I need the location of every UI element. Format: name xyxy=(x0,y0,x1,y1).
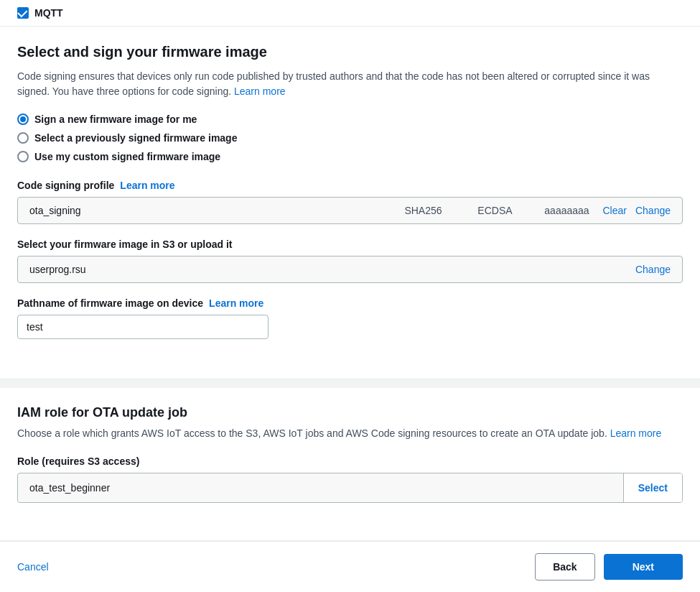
radio-select-previously[interactable]: Select a previously signed firmware imag… xyxy=(17,132,683,144)
mqtt-label: MQTT xyxy=(34,7,63,19)
profile-id: aaaaaaaa xyxy=(531,205,602,216)
page-wrapper: MQTT Select and sign your firmware image… xyxy=(0,0,700,592)
profile-actions: Clear Change xyxy=(602,205,671,216)
radio-use-custom-label: Use my custom signed firmware image xyxy=(34,151,220,162)
radio-sign-new[interactable]: Sign a new firmware image for me xyxy=(17,114,683,125)
s3-value: userprog.rsu xyxy=(29,264,635,275)
code-signing-learn-more-link[interactable]: Learn more xyxy=(120,180,174,191)
radio-sign-new-label: Sign a new firmware image for me xyxy=(34,114,197,125)
pathname-label: Pathname of firmware image on device Lea… xyxy=(17,297,683,309)
change-profile-link[interactable]: Change xyxy=(635,205,671,216)
mqtt-checkbox[interactable] xyxy=(17,7,29,19)
profile-algo: ECDSA xyxy=(459,205,531,216)
change-s3-link[interactable]: Change xyxy=(635,264,671,275)
profile-row: ota_signing SHA256 ECDSA aaaaaaaa Clear … xyxy=(17,197,683,224)
cancel-link[interactable]: Cancel xyxy=(17,561,49,573)
iam-learn-more-link[interactable]: Learn more xyxy=(610,427,662,439)
s3-row: userprog.rsu Change xyxy=(17,256,683,283)
role-field-section: Role (requires S3 access) ota_test_begin… xyxy=(17,455,683,503)
radio-use-custom[interactable]: Use my custom signed firmware image xyxy=(17,151,683,162)
radio-group: Sign a new firmware image for me Select … xyxy=(17,114,683,162)
role-value: ota_test_beginner xyxy=(18,473,623,502)
profile-name: ota_signing xyxy=(29,205,387,216)
next-button[interactable]: Next xyxy=(604,554,683,580)
firmware-learn-more-link[interactable]: Learn more xyxy=(234,85,286,97)
firmware-description: Code signing ensures that devices only r… xyxy=(17,69,683,99)
s3-label: Select your firmware image in S3 or uplo… xyxy=(17,239,683,250)
radio-use-custom-circle xyxy=(17,151,29,162)
iam-description: Choose a role which grants AWS IoT acces… xyxy=(17,426,683,441)
role-label: Role (requires S3 access) xyxy=(17,455,683,467)
code-signing-profile-label: Code signing profile Learn more xyxy=(17,180,683,191)
back-button[interactable]: Back xyxy=(535,553,594,581)
select-role-button[interactable]: Select xyxy=(623,473,682,502)
firmware-section: Select and sign your firmware image Code… xyxy=(0,27,700,379)
s3-section: Select your firmware image in S3 or uplo… xyxy=(17,239,683,283)
profile-hash: SHA256 xyxy=(387,205,459,216)
iam-section: IAM role for OTA update job Choose a rol… xyxy=(0,388,700,541)
pathname-section: Pathname of firmware image on device Lea… xyxy=(17,297,683,339)
role-row: ota_test_beginner Select xyxy=(17,473,683,503)
radio-select-previously-label: Select a previously signed firmware imag… xyxy=(34,132,237,144)
footer: Cancel Back Next xyxy=(0,541,700,592)
clear-link[interactable]: Clear xyxy=(602,205,626,216)
top-bar: MQTT xyxy=(0,0,700,27)
radio-sign-new-circle xyxy=(17,114,29,125)
code-signing-profile-section: Code signing profile Learn more ota_sign… xyxy=(17,180,683,224)
pathname-input[interactable] xyxy=(17,315,269,339)
firmware-section-title: Select and sign your firmware image xyxy=(17,44,683,60)
pathname-learn-more-link[interactable]: Learn more xyxy=(209,297,263,309)
footer-right: Back Next xyxy=(535,553,683,581)
iam-section-title: IAM role for OTA update job xyxy=(17,405,683,420)
radio-select-previously-circle xyxy=(17,132,29,144)
